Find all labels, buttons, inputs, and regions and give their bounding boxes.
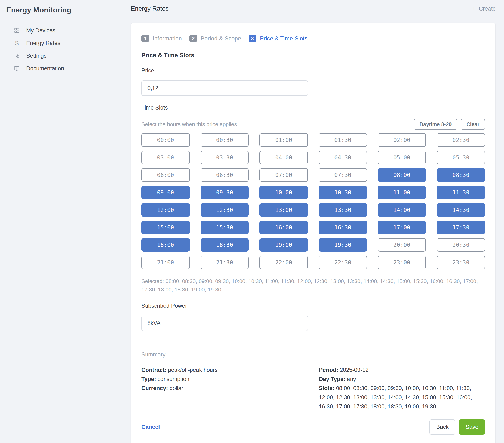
section-title: Price & Time Slots [142, 52, 485, 59]
sidebar-item-energy-rates[interactable]: $Energy Rates [14, 39, 125, 47]
time-slot-0830[interactable]: 08:30 [437, 168, 485, 182]
sidebar-item-settings[interactable]: Settings [14, 52, 125, 60]
wizard-step-1[interactable]: 1Information [142, 35, 182, 42]
wizard-card: 1Information2Period & Scope3Price & Time… [131, 23, 496, 443]
time-slot-0600[interactable]: 06:00 [142, 168, 190, 182]
time-slot-1600[interactable]: 16:00 [259, 221, 308, 234]
grid-icon [14, 27, 20, 34]
save-button[interactable]: Save [459, 420, 485, 435]
time-slot-0700[interactable]: 07:00 [259, 168, 308, 182]
time-slot-1530[interactable]: 15:30 [200, 221, 249, 234]
slots-hint-row: Select the hours when this price applies… [142, 119, 485, 130]
wizard-step-2[interactable]: 2Period & Scope [189, 35, 241, 42]
time-slot-1300[interactable]: 13:00 [259, 203, 308, 217]
time-slot-1000[interactable]: 10:00 [259, 186, 308, 199]
price-label: Price [142, 68, 485, 74]
sidebar-nav: My Devices$Energy RatesSettingsDocumenta… [6, 26, 125, 73]
summary-line: Contract: peak/off-peak hours [142, 365, 319, 374]
time-slot-0400[interactable]: 04:00 [259, 151, 308, 164]
back-button[interactable]: Back [430, 420, 455, 435]
selected-slots-text: Selected: 08:00, 08:30, 09:00, 09:30, 10… [142, 277, 485, 294]
step-label: Price & Time Slots [260, 35, 308, 42]
time-slots-label: Time Slots [142, 105, 485, 111]
time-slot-0130[interactable]: 01:30 [319, 133, 367, 147]
summary-line: Type: consumption [142, 374, 319, 384]
summary-line: Slots: 08:00, 08:30, 09:00, 09:30, 10:00… [319, 384, 485, 411]
price-input[interactable] [142, 80, 308, 96]
subscribed-power-label: Subscribed Power [142, 303, 485, 309]
app-title: Energy Monitoring [6, 6, 125, 14]
time-slot-1500[interactable]: 15:00 [142, 221, 190, 234]
wizard-step-3[interactable]: 3Price & Time Slots [249, 35, 308, 42]
step-number-badge: 1 [142, 35, 149, 42]
main-content: Energy Rates + Create 1Information2Perio… [131, 0, 504, 443]
summary-line: Day Type: any [319, 374, 485, 384]
time-slot-2230[interactable]: 22:30 [319, 256, 367, 269]
time-slot-1630[interactable]: 16:30 [319, 221, 367, 234]
time-slot-1230[interactable]: 12:30 [200, 203, 249, 217]
daytime-preset-button[interactable]: Daytime 8-20 [414, 119, 457, 130]
clear-slots-button[interactable]: Clear [461, 119, 485, 130]
time-slot-1030[interactable]: 10:30 [319, 186, 367, 199]
time-slot-2130[interactable]: 21:30 [200, 256, 249, 269]
time-slot-0200[interactable]: 02:00 [378, 133, 426, 147]
time-slot-1900[interactable]: 19:00 [259, 238, 308, 252]
time-slot-1130[interactable]: 11:30 [437, 186, 485, 199]
book-icon [14, 65, 20, 72]
time-slot-1330[interactable]: 13:30 [319, 203, 367, 217]
page-header: Energy Rates + Create [131, 0, 496, 23]
time-slot-1400[interactable]: 14:00 [378, 203, 426, 217]
dollar-icon: $ [14, 40, 20, 46]
time-slot-1930[interactable]: 19:30 [319, 238, 367, 252]
time-slot-0500[interactable]: 05:00 [378, 151, 426, 164]
time-slot-0630[interactable]: 06:30 [200, 168, 249, 182]
time-slot-0730[interactable]: 07:30 [319, 168, 367, 182]
time-slot-0800[interactable]: 08:00 [378, 168, 426, 182]
time-slot-0930[interactable]: 09:30 [200, 186, 249, 199]
cancel-link[interactable]: Cancel [142, 424, 160, 430]
footer-buttons: Back Save [430, 420, 485, 435]
time-slot-0230[interactable]: 02:30 [437, 133, 485, 147]
time-slot-0100[interactable]: 01:00 [259, 133, 308, 147]
time-slot-0030[interactable]: 00:30 [200, 133, 249, 147]
time-slot-0430[interactable]: 04:30 [319, 151, 367, 164]
subscribed-power-input[interactable] [142, 316, 308, 331]
time-slot-2100[interactable]: 21:00 [142, 256, 190, 269]
summary-right-column: Period: 2025-09-12Day Type: anySlots: 08… [319, 365, 485, 411]
time-slot-1830[interactable]: 18:30 [200, 238, 249, 252]
sidebar-item-label: Settings [26, 53, 47, 59]
time-slot-0300[interactable]: 03:00 [142, 151, 190, 164]
sidebar-item-label: My Devices [26, 27, 55, 34]
sidebar-item-my-devices[interactable]: My Devices [14, 26, 125, 35]
page-title: Energy Rates [131, 5, 169, 12]
wizard-footer: Cancel Back Save [142, 411, 485, 435]
time-slot-1100[interactable]: 11:00 [378, 186, 426, 199]
summary-columns: Contract: peak/off-peak hoursType: consu… [142, 365, 485, 411]
time-slot-1800[interactable]: 18:00 [142, 238, 190, 252]
time-slot-1430[interactable]: 14:30 [437, 203, 485, 217]
time-slot-0900[interactable]: 09:00 [142, 186, 190, 199]
time-slot-2030[interactable]: 20:30 [437, 238, 485, 252]
time-slot-2330[interactable]: 23:30 [437, 256, 485, 269]
time-slot-1730[interactable]: 17:30 [437, 221, 485, 234]
time-slot-2200[interactable]: 22:00 [259, 256, 308, 269]
sidebar-item-label: Documentation [26, 65, 64, 72]
gear-icon [14, 53, 20, 59]
time-slot-2300[interactable]: 23:00 [378, 256, 426, 269]
step-label: Period & Scope [200, 35, 241, 42]
sidebar-item-documentation[interactable]: Documentation [14, 64, 125, 73]
time-slot-0530[interactable]: 05:30 [437, 151, 485, 164]
time-slot-2000[interactable]: 20:00 [378, 238, 426, 252]
sidebar: Energy Monitoring My Devices$Energy Rate… [0, 0, 131, 443]
time-slot-0000[interactable]: 00:00 [142, 133, 190, 147]
summary-divider [142, 343, 485, 343]
time-slot-grid: 00:0000:3001:0001:3002:0002:3003:0003:30… [142, 133, 485, 269]
step-label: Information [153, 35, 182, 42]
sidebar-item-label: Energy Rates [26, 40, 60, 46]
create-button[interactable]: + Create [472, 5, 496, 12]
summary-left-column: Contract: peak/off-peak hoursType: consu… [142, 365, 319, 411]
time-slot-1700[interactable]: 17:00 [378, 221, 426, 234]
wizard-steps: 1Information2Period & Scope3Price & Time… [142, 35, 485, 42]
time-slot-1200[interactable]: 12:00 [142, 203, 190, 217]
time-slot-0330[interactable]: 03:30 [200, 151, 249, 164]
